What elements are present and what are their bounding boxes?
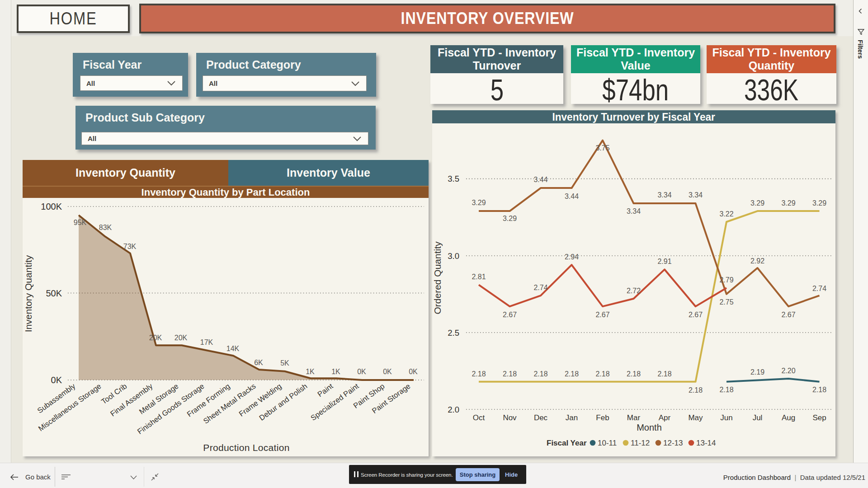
svg-text:3.34: 3.34 [657, 191, 671, 199]
svg-text:Jul: Jul [753, 413, 763, 422]
svg-text:6K: 6K [254, 359, 263, 366]
svg-text:12-13: 12-13 [663, 439, 683, 447]
svg-text:14K: 14K [226, 345, 240, 352]
svg-text:2.18: 2.18 [472, 370, 486, 378]
svg-text:2.18: 2.18 [565, 370, 579, 378]
svg-text:95K: 95K [74, 219, 87, 226]
svg-text:2.67: 2.67 [503, 311, 517, 319]
svg-text:0K: 0K [409, 368, 418, 375]
svg-text:2.18: 2.18 [595, 370, 609, 378]
svg-text:Apr: Apr [659, 413, 671, 422]
svg-text:Debur and Polish: Debur and Polish [258, 382, 309, 422]
svg-text:3.29: 3.29 [503, 215, 517, 222]
svg-text:3.34: 3.34 [689, 191, 703, 199]
svg-text:3.34: 3.34 [627, 207, 641, 215]
svg-text:2.81: 2.81 [472, 273, 486, 281]
svg-text:Ordered Quantity: Ordered Quantity [432, 241, 443, 314]
svg-text:2.18: 2.18 [503, 370, 517, 378]
svg-text:0K: 0K [357, 368, 366, 375]
svg-text:100K: 100K [41, 202, 62, 211]
svg-text:Frame Forming: Frame Forming [185, 382, 231, 418]
svg-text:Jan: Jan [566, 413, 578, 422]
svg-text:3.29: 3.29 [472, 199, 486, 206]
svg-text:83K: 83K [99, 224, 112, 231]
svg-text:20K: 20K [149, 334, 162, 342]
svg-text:Aug: Aug [782, 413, 795, 422]
svg-text:2.92: 2.92 [750, 257, 764, 265]
svg-text:Month: Month [637, 422, 662, 432]
svg-text:2.79: 2.79 [719, 276, 733, 284]
svg-text:Nov: Nov [503, 413, 517, 422]
svg-text:2.74: 2.74 [812, 285, 826, 292]
svg-text:3.0: 3.0 [448, 251, 459, 261]
svg-text:73K: 73K [123, 243, 137, 250]
svg-text:3.29: 3.29 [812, 199, 826, 207]
svg-text:2.18: 2.18 [689, 386, 703, 394]
svg-text:Sep: Sep [812, 413, 826, 422]
svg-text:5K: 5K [280, 359, 289, 367]
svg-text:2.67: 2.67 [595, 311, 609, 319]
svg-text:2.18: 2.18 [657, 370, 671, 378]
svg-text:2.18: 2.18 [719, 386, 733, 394]
svg-text:10-11: 10-11 [598, 439, 617, 447]
svg-text:2.5: 2.5 [448, 328, 459, 338]
svg-text:2.18: 2.18 [812, 386, 826, 394]
svg-text:2.18: 2.18 [627, 370, 641, 378]
svg-text:2.19: 2.19 [750, 368, 764, 376]
svg-text:3.29: 3.29 [750, 199, 764, 207]
svg-text:Mar: Mar [627, 413, 641, 422]
svg-text:3.29: 3.29 [781, 199, 795, 207]
svg-text:13-14: 13-14 [696, 439, 716, 447]
svg-text:2.91: 2.91 [657, 258, 671, 265]
svg-text:2.18: 2.18 [533, 370, 547, 378]
svg-text:Dec: Dec [534, 413, 548, 422]
svg-text:3.22: 3.22 [719, 210, 733, 218]
svg-text:2.67: 2.67 [689, 311, 703, 319]
svg-text:0K: 0K [383, 368, 392, 375]
svg-text:Fiscal Year: Fiscal Year [547, 439, 587, 447]
svg-text:Paint: Paint [316, 382, 335, 399]
svg-text:Inventory Quantity: Inventory Quantity [23, 255, 33, 332]
svg-text:2.20: 2.20 [781, 367, 795, 375]
svg-text:0K: 0K [51, 375, 62, 385]
svg-text:Oct: Oct [473, 413, 485, 422]
svg-text:3.44: 3.44 [565, 192, 579, 200]
svg-text:2.0: 2.0 [448, 405, 459, 414]
svg-text:2.67: 2.67 [781, 311, 795, 319]
svg-text:2.94: 2.94 [565, 253, 579, 261]
svg-text:1K: 1K [306, 368, 315, 375]
svg-text:May: May [688, 413, 703, 422]
svg-text:Specialized Paint: Specialized Paint [309, 382, 360, 422]
svg-text:17K: 17K [200, 338, 213, 346]
svg-text:2.74: 2.74 [533, 284, 547, 291]
svg-text:3.75: 3.75 [595, 144, 609, 152]
svg-text:2.75: 2.75 [719, 298, 733, 306]
svg-text:50K: 50K [46, 288, 62, 298]
svg-text:Feb: Feb [596, 413, 609, 422]
svg-text:20K: 20K [175, 334, 188, 342]
svg-text:1K: 1K [331, 368, 340, 375]
svg-text:11-12: 11-12 [631, 439, 650, 447]
svg-text:2.72: 2.72 [627, 287, 641, 295]
svg-text:Jun: Jun [720, 413, 732, 422]
svg-text:3.44: 3.44 [533, 176, 547, 183]
svg-text:Production Location: Production Location [203, 442, 289, 453]
svg-text:3.5: 3.5 [448, 174, 459, 183]
